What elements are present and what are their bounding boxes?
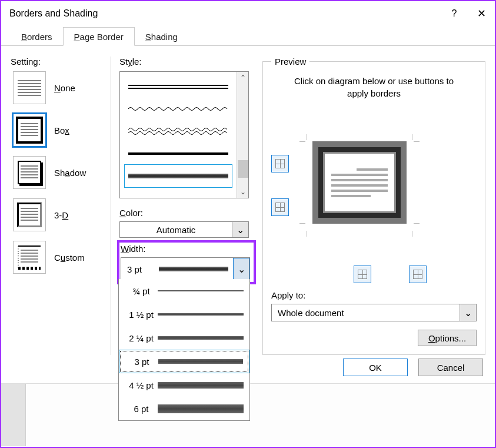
border-bottom-button[interactable] (271, 198, 289, 216)
tab-strip: Borders Page Border Shading (1, 26, 495, 46)
width-option[interactable]: 2 ¼ pt (119, 326, 249, 350)
options-button[interactable]: Options... (418, 330, 477, 346)
none-icon (13, 71, 46, 104)
close-button[interactable]: ✕ (468, 1, 495, 26)
width-option[interactable]: 4 ½ pt (119, 373, 249, 397)
tab-page-border[interactable]: Page Border (63, 27, 135, 46)
style-item[interactable] (125, 75, 232, 98)
preview-hint: Click on diagram below or use buttons to… (283, 75, 465, 99)
svg-rect-2 (21, 253, 38, 254)
setting-3d-label: 3-D (54, 210, 68, 220)
box-icon (13, 114, 46, 147)
style-item[interactable] (125, 98, 232, 120)
width-dropdown[interactable]: 3 pt ⌄ (121, 257, 250, 281)
tab-shading[interactable]: Shading (135, 28, 188, 45)
width-option[interactable]: 6 pt (119, 397, 249, 420)
setting-shadow[interactable]: Shadow (11, 156, 111, 189)
setting-3d[interactable]: 3-D (11, 198, 111, 231)
setting-label: Setting: (11, 57, 111, 67)
svg-rect-0 (18, 246, 41, 268)
border-top-button[interactable] (271, 155, 289, 172)
style-scrollbar[interactable]: ⌃ ⌄ (237, 72, 248, 198)
dialog-title: Borders and Shading (9, 8, 98, 19)
setting-none[interactable]: None (11, 71, 111, 104)
color-value: Automatic (120, 225, 232, 235)
custom-icon (13, 241, 46, 274)
titlebar: Borders and Shading ? ✕ (1, 1, 495, 26)
svg-rect-3 (21, 255, 38, 257)
setting-custom[interactable]: Custom (11, 241, 111, 274)
scroll-down-icon[interactable]: ⌄ (240, 186, 246, 198)
width-label: Width: (121, 244, 252, 254)
preview-diagram[interactable] (301, 135, 418, 235)
tab-borders[interactable]: Borders (11, 28, 63, 45)
setting-none-label: None (54, 83, 75, 93)
setting-box[interactable]: Box (11, 114, 111, 147)
cancel-button[interactable]: Cancel (418, 359, 483, 376)
style-item[interactable] (125, 120, 232, 142)
border-right-button[interactable] (409, 266, 427, 283)
chevron-down-icon[interactable]: ⌄ (232, 222, 248, 237)
width-dropdown-list: ¾ pt 1 ½ pt 2 ¼ pt 3 pt 4 ½ pt 6 pt (118, 279, 250, 421)
scroll-thumb[interactable] (238, 160, 248, 178)
color-dropdown[interactable]: Automatic ⌄ (119, 221, 249, 238)
shadow-icon (13, 156, 46, 189)
style-item[interactable] (125, 142, 232, 165)
apply-to-label: Apply to: (271, 290, 477, 300)
svg-rect-4 (21, 258, 38, 260)
ok-button[interactable]: OK (343, 359, 408, 376)
svg-rect-1 (21, 250, 38, 251)
chevron-down-icon[interactable]: ⌄ (460, 304, 476, 321)
apply-to-value: Whole document (278, 308, 460, 318)
3d-icon (13, 198, 46, 231)
preview-group: Preview Click on diagram below or use bu… (262, 57, 485, 355)
style-label: Style: (119, 57, 259, 67)
setting-shadow-label: Shadow (54, 168, 86, 178)
preview-legend: Preview (271, 57, 309, 67)
borders-shading-dialog: Borders and Shading ? ✕ Borders Page Bor… (1, 1, 495, 383)
scroll-up-icon[interactable]: ⌃ (240, 72, 246, 84)
border-left-button[interactable] (354, 266, 371, 283)
color-label: Color: (119, 208, 259, 218)
width-option[interactable]: ¾ pt (119, 279, 249, 303)
help-button[interactable]: ? (441, 1, 468, 26)
width-value: 3 pt (127, 264, 159, 274)
style-listbox[interactable]: ⌃ ⌄ (119, 71, 249, 198)
chevron-down-icon[interactable]: ⌄ (233, 258, 249, 280)
setting-box-label: Box (54, 125, 69, 135)
setting-custom-label: Custom (54, 253, 85, 263)
svg-rect-5 (21, 261, 38, 263)
apply-to-dropdown[interactable]: Whole document ⌄ (271, 304, 477, 321)
width-option[interactable]: 1 ½ pt (119, 303, 249, 326)
width-option-selected[interactable]: 3 pt (119, 350, 249, 373)
style-item-selected[interactable] (125, 165, 232, 187)
